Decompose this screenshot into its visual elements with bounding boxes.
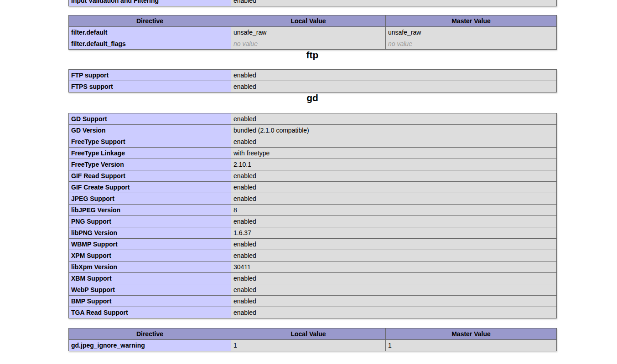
- directive-cell: GIF Read Support: [69, 170, 231, 182]
- value-cell: 1.6.37: [231, 227, 557, 239]
- column-header: Master Value: [386, 15, 557, 27]
- directive-cell: Input Validation and Filtering: [69, 0, 231, 6]
- table-row: GIF Read Supportenabled: [69, 170, 557, 182]
- table-row: XPM Supportenabled: [69, 250, 557, 261]
- value-cell: enabled: [231, 250, 557, 261]
- table-row: FTP supportenabled: [69, 70, 557, 81]
- value-cell: enabled: [231, 296, 557, 307]
- table-row: WBMP Supportenabled: [69, 239, 557, 250]
- input-filter-tail-table: Input Validation and Filteringenabled: [68, 0, 557, 6]
- directive-cell: TGA Read Support: [69, 307, 231, 318]
- directive-cell: GD Support: [69, 113, 231, 125]
- value-cell: enabled: [231, 307, 557, 318]
- column-header: Directive: [69, 328, 231, 340]
- table-row: FreeType Supportenabled: [69, 136, 557, 148]
- table-row: FreeType Linkagewith freetype: [69, 148, 557, 159]
- column-header: Directive: [69, 15, 231, 27]
- value-cell: enabled: [231, 239, 557, 250]
- value-cell: unsafe_raw: [386, 27, 557, 38]
- table-row: BMP Supportenabled: [69, 296, 557, 307]
- directive-cell: libXpm Version: [69, 261, 231, 273]
- value-cell: 2.10.1: [231, 159, 557, 170]
- table-row: gd.jpeg_ignore_warning11: [69, 340, 557, 351]
- directive-cell: GD Version: [69, 125, 231, 136]
- value-cell: enabled: [231, 170, 557, 182]
- gd-directives-table: DirectiveLocal ValueMaster Valuegd.jpeg_…: [68, 328, 557, 351]
- table-row: XBM Supportenabled: [69, 273, 557, 284]
- value-cell: with freetype: [231, 148, 557, 159]
- directive-cell: filter.default_flags: [69, 38, 231, 50]
- table-row: GD Supportenabled: [69, 113, 557, 125]
- section-heading-gd: gd: [68, 92, 556, 103]
- section-heading-ftp: ftp: [68, 50, 556, 60]
- table-row: PNG Supportenabled: [69, 216, 557, 227]
- value-cell: enabled: [231, 216, 557, 227]
- directive-cell: gd.jpeg_ignore_warning: [69, 340, 231, 351]
- value-cell: 1: [386, 340, 557, 351]
- table-row: WebP Supportenabled: [69, 284, 557, 296]
- table-header-row: DirectiveLocal ValueMaster Value: [69, 328, 557, 340]
- directive-cell: BMP Support: [69, 296, 231, 307]
- directive-cell: WebP Support: [69, 284, 231, 296]
- directive-cell: WBMP Support: [69, 239, 231, 250]
- directive-cell: libJPEG Version: [69, 205, 231, 216]
- column-header: Local Value: [231, 15, 386, 27]
- table-row: libPNG Version1.6.37: [69, 227, 557, 239]
- table-row: GD Versionbundled (2.1.0 compatible): [69, 125, 557, 136]
- column-header: Master Value: [386, 328, 557, 340]
- table-row: filter.defaultunsafe_rawunsafe_raw: [69, 27, 557, 38]
- table-row: libXpm Version30411: [69, 261, 557, 273]
- column-header: Local Value: [231, 328, 386, 340]
- value-cell: 30411: [231, 261, 557, 273]
- directive-cell: JPEG Support: [69, 193, 231, 205]
- value-cell: enabled: [231, 81, 557, 92]
- value-cell: bundled (2.1.0 compatible): [231, 125, 557, 136]
- directive-cell: GIF Create Support: [69, 182, 231, 193]
- value-cell: enabled: [231, 273, 557, 284]
- value-cell: no value: [231, 38, 386, 50]
- table-row: GIF Create Supportenabled: [69, 182, 557, 193]
- directive-cell: FreeType Linkage: [69, 148, 231, 159]
- directive-cell: FreeType Support: [69, 136, 231, 148]
- value-cell: enabled: [231, 182, 557, 193]
- value-cell: enabled: [231, 113, 557, 125]
- table-row: FTPS supportenabled: [69, 81, 557, 92]
- table-header-row: DirectiveLocal ValueMaster Value: [69, 15, 557, 27]
- value-cell: 1: [231, 340, 386, 351]
- filter-directives-table: DirectiveLocal ValueMaster Valuefilter.d…: [68, 15, 557, 50]
- directive-cell: FreeType Version: [69, 159, 231, 170]
- table-row: JPEG Supportenabled: [69, 193, 557, 205]
- value-cell: enabled: [231, 193, 557, 205]
- directive-cell: XBM Support: [69, 273, 231, 284]
- table-row: FreeType Version2.10.1: [69, 159, 557, 170]
- value-cell: enabled: [231, 136, 557, 148]
- directive-cell: FTPS support: [69, 81, 231, 92]
- table-row: filter.default_flagsno valueno value: [69, 38, 557, 50]
- table-row: libJPEG Version8: [69, 205, 557, 216]
- value-cell: enabled: [231, 284, 557, 296]
- value-cell: enabled: [231, 0, 557, 6]
- directive-cell: XPM Support: [69, 250, 231, 261]
- ftp-table: FTP supportenabledFTPS supportenabled: [68, 69, 557, 92]
- directive-cell: FTP support: [69, 70, 231, 81]
- value-cell: no value: [386, 38, 557, 50]
- table-row: TGA Read Supportenabled: [69, 307, 557, 318]
- phpinfo-content: Input Validation and FilteringenabledDir…: [68, 0, 556, 351]
- gd-table: GD SupportenabledGD Versionbundled (2.1.…: [68, 113, 557, 318]
- directive-cell: libPNG Version: [69, 227, 231, 239]
- value-cell: unsafe_raw: [231, 27, 386, 38]
- value-cell: enabled: [231, 70, 557, 81]
- directive-cell: filter.default: [69, 27, 231, 38]
- directive-cell: PNG Support: [69, 216, 231, 227]
- value-cell: 8: [231, 205, 557, 216]
- table-row: Input Validation and Filteringenabled: [69, 0, 557, 6]
